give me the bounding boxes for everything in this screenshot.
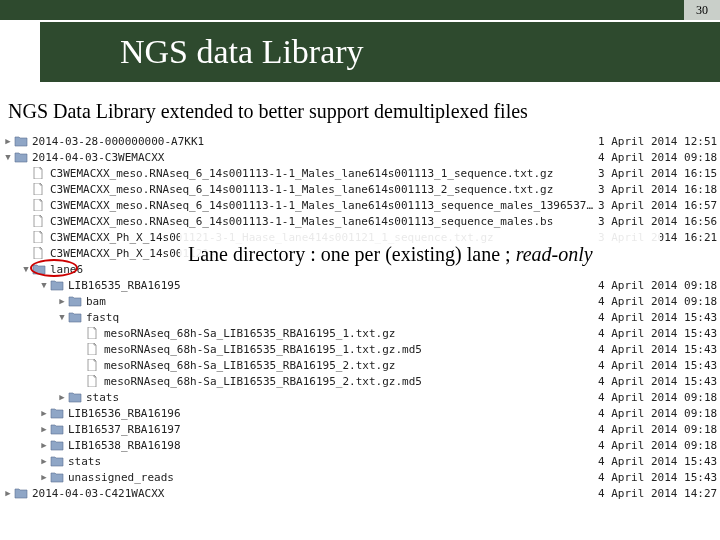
item-date: 4 April 2014 09:18 [598,279,718,292]
item-date: 4 April 2014 09:18 [598,407,718,420]
file-row[interactable]: C3WEMACXX_meso.RNAseq_6_14s001113-1-1_Ma… [2,181,718,197]
item-date: 3 April 2014 16:57 [598,199,718,212]
item-name: stats [68,455,598,468]
disclosure-arrow-icon[interactable]: ▶ [2,488,14,498]
title-spacer [0,22,40,82]
folder-icon [32,263,46,275]
folder-row[interactable]: ▼lane6 [2,261,718,277]
folder-row[interactable]: ▶LIB16537_RBA161974 April 2014 09:18 [2,421,718,437]
folder-icon [14,487,28,499]
item-name: LIB16535_RBA16195 [68,279,598,292]
item-name: C3WEMACXX_meso.RNAseq_6_14s001113-1-1_Ma… [50,215,598,228]
item-name: mesoRNAseq_68h-Sa_LIB16535_RBA16195_2.tx… [104,359,598,372]
item-date: 1 April 2014 12:51 [598,135,718,148]
disclosure-arrow-icon[interactable]: ▶ [38,408,50,418]
file-row[interactable]: mesoRNAseq_68h-Sa_LIB16535_RBA16195_1.tx… [2,325,718,341]
disclosure-arrow-icon[interactable]: ▶ [38,456,50,466]
file-icon [86,327,100,339]
item-name: fastq [86,311,598,324]
item-name: C3WEMACXX_meso.RNAseq_6_14s001113-1-1_Ma… [50,167,598,180]
item-date: 3 April 2014 16:56 [598,215,718,228]
item-date: 4 April 2014 15:43 [598,359,718,372]
folder-row[interactable]: ▶LIB16538_RBA161984 April 2014 09:18 [2,437,718,453]
disclosure-arrow-icon[interactable]: ▶ [56,392,68,402]
folder-row[interactable]: ▼fastq4 April 2014 15:43 [2,309,718,325]
disclosure-arrow-icon[interactable]: ▶ [38,472,50,482]
item-name: LIB16538_RBA16198 [68,439,598,452]
slide-title: NGS data Library [40,22,720,82]
item-name: mesoRNAseq_68h-Sa_LIB16535_RBA16195_1.tx… [104,343,598,356]
file-tree: Lane directory : one per (existing) lane… [0,133,720,501]
folder-row[interactable]: ▶bam4 April 2014 09:18 [2,293,718,309]
item-name: C3WEMACXX_meso.RNAseq_6_14s001113-1-1_Ma… [50,183,598,196]
file-icon [32,215,46,227]
item-name: mesoRNAseq_68h-Sa_LIB16535_RBA16195_2.tx… [104,375,598,388]
item-date: 4 April 2014 15:43 [598,375,718,388]
file-row[interactable]: mesoRNAseq_68h-Sa_LIB16535_RBA16195_2.tx… [2,373,718,389]
folder-icon [50,423,64,435]
item-date: 4 April 2014 09:18 [598,439,718,452]
slide-number-bar: 30 [0,0,720,20]
header-accent [0,0,684,20]
folder-icon [68,311,82,323]
file-row[interactable]: mesoRNAseq_68h-Sa_LIB16535_RBA16195_1.tx… [2,341,718,357]
item-name: 2014-04-03-C3WEMACXX [32,151,598,164]
item-name: 2014-04-03-C421WACXX [32,487,598,500]
item-date: 4 April 2014 09:18 [598,423,718,436]
disclosure-arrow-icon[interactable]: ▼ [20,264,32,274]
item-date: 3 April 2014 16:18 [598,183,718,196]
item-name: C3WEMACXX_meso.RNAseq_6_14s001113-1-1_Ma… [50,199,598,212]
item-name: 2014-03-28-000000000-A7KK1 [32,135,598,148]
folder-row[interactable]: ▶unassigned_reads4 April 2014 15:43 [2,469,718,485]
folder-row[interactable]: ▶stats4 April 2014 15:43 [2,453,718,469]
item-date: 4 April 2014 09:18 [598,295,718,308]
folder-icon [50,439,64,451]
item-name: mesoRNAseq_68h-Sa_LIB16535_RBA16195_1.tx… [104,327,598,340]
slide-number: 30 [684,0,720,20]
file-icon [86,375,100,387]
disclosure-arrow-icon[interactable]: ▶ [38,440,50,450]
item-date: 4 April 2014 15:43 [598,471,718,484]
file-row[interactable]: C3WEMACXX_meso.RNAseq_6_14s001113-1-1_Ma… [2,197,718,213]
item-name: LIB16536_RBA16196 [68,407,598,420]
disclosure-arrow-icon[interactable]: ▶ [56,296,68,306]
item-date: 4 April 2014 15:43 [598,327,718,340]
disclosure-arrow-icon[interactable]: ▼ [2,152,14,162]
item-date: 4 April 2014 15:43 [598,343,718,356]
folder-icon [68,295,82,307]
disclosure-arrow-icon[interactable]: ▼ [38,280,50,290]
item-name: LIB16537_RBA16197 [68,423,598,436]
folder-icon [50,471,64,483]
item-date: 4 April 2014 15:43 [598,311,718,324]
folder-icon [50,455,64,467]
file-icon [32,167,46,179]
file-icon [32,183,46,195]
item-date: 3 April 2014 16:15 [598,167,718,180]
folder-row[interactable]: ▶2014-03-28-000000000-A7KK11 April 2014 … [2,133,718,149]
file-row[interactable]: C3WEMACXX_meso.RNAseq_6_14s001113-1-1_Ma… [2,165,718,181]
folder-row[interactable]: ▶2014-04-03-C421WACXX4 April 2014 14:27 [2,485,718,501]
file-row[interactable]: C3WEMACXX_meso.RNAseq_6_14s001113-1-1_Ma… [2,213,718,229]
disclosure-arrow-icon[interactable]: ▶ [38,424,50,434]
folder-row[interactable]: ▼LIB16535_RBA161954 April 2014 09:18 [2,277,718,293]
file-icon [86,359,100,371]
item-name: stats [86,391,598,404]
file-row[interactable]: mesoRNAseq_68h-Sa_LIB16535_RBA16195_2.tx… [2,357,718,373]
file-icon [32,231,46,243]
folder-icon [68,391,82,403]
item-date: 4 April 2014 14:27 [598,487,718,500]
disclosure-arrow-icon[interactable]: ▶ [2,136,14,146]
file-icon [32,199,46,211]
folder-row[interactable]: ▶LIB16536_RBA161964 April 2014 09:18 [2,405,718,421]
item-name: unassigned_reads [68,471,598,484]
folder-icon [50,279,64,291]
item-date: 4 April 2014 09:18 [598,391,718,404]
title-band: NGS data Library [0,22,720,82]
folder-row[interactable]: ▶stats4 April 2014 09:18 [2,389,718,405]
folder-row[interactable]: ▼2014-04-03-C3WEMACXX4 April 2014 09:18 [2,149,718,165]
item-name: bam [86,295,598,308]
folder-icon [14,151,28,163]
item-name: lane6 [50,263,598,276]
disclosure-arrow-icon[interactable]: ▼ [56,312,68,322]
file-icon [32,247,46,259]
